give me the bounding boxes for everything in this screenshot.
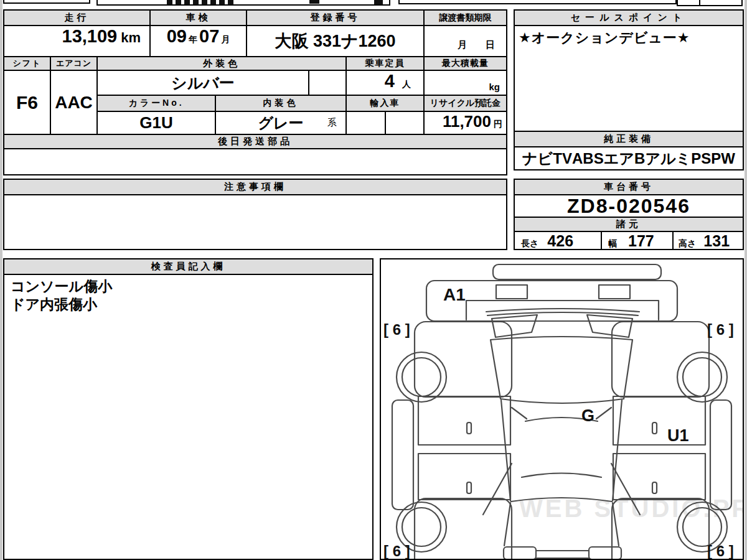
recycle-deposit-header: リサイクル預託金 bbox=[423, 95, 507, 112]
equipment-item: ナビ bbox=[522, 149, 553, 169]
max-load-header: 最大積載量 bbox=[423, 56, 507, 71]
inspection-month-unit: 月 bbox=[221, 34, 230, 45]
aircon-header: エアコン bbox=[50, 56, 98, 71]
spec-height-label: 高さ bbox=[679, 238, 696, 250]
mileage-unit: km bbox=[121, 30, 141, 46]
spec-length: 長さ 426 bbox=[514, 231, 602, 250]
interior-color-header: 内装色 bbox=[215, 95, 347, 112]
max-load-unit: kg bbox=[489, 82, 500, 92]
registration-value: 大阪 331ナ1260 bbox=[246, 25, 425, 57]
cut-off-text-fragment bbox=[167, 0, 237, 4]
spec-length-value: 426 bbox=[547, 232, 573, 250]
inspector-notes-header: 検査員記入欄 bbox=[3, 258, 374, 275]
sales-point-header: セールスポイント bbox=[514, 9, 744, 26]
specs-header: 諸元 bbox=[514, 217, 744, 232]
inspection-month: 07 bbox=[199, 26, 219, 47]
diagram-label-g: G bbox=[581, 406, 594, 425]
capacity-header: 乗車定員 bbox=[345, 56, 425, 71]
genuine-equipment-row: ナビ TV ABS エアB アルミ PS PW bbox=[514, 146, 744, 170]
sales-point-box: ★オークションデビュー★ bbox=[514, 25, 744, 132]
color-no-value: G1U bbox=[96, 111, 216, 135]
auction-sheet: 走行 車検 登録番号 譲渡書類期限 13,109 km 09 年 07 月 大阪… bbox=[0, 0, 747, 560]
page-edge bbox=[745, 0, 747, 560]
recycle-unit: 円 bbox=[494, 119, 502, 130]
tire-grade-label: [ 6 ] bbox=[383, 321, 410, 338]
spec-length-label: 長さ bbox=[521, 238, 538, 250]
notes-header: 注意事項欄 bbox=[3, 179, 507, 195]
diagram-label-a1: A1 bbox=[443, 285, 466, 304]
chassis-number-header: 車台番号 bbox=[514, 179, 744, 195]
equipment-item: ABS bbox=[572, 150, 604, 167]
tire-grade-label: [ 6 ] bbox=[383, 543, 410, 559]
max-load-value: kg bbox=[423, 70, 507, 96]
inspector-note-line: ドア内張傷小 bbox=[11, 296, 366, 314]
registration-header: 登録番号 bbox=[246, 9, 425, 26]
cut-off-row-fragment bbox=[677, 0, 700, 6]
cut-off-row-fragment bbox=[398, 0, 677, 4]
equipment-item: TV bbox=[553, 150, 572, 167]
cut-off-row-fragment bbox=[3, 0, 90, 4]
equipment-item: PS bbox=[691, 150, 711, 167]
sales-point-text: ★オークションデビュー★ bbox=[515, 26, 743, 50]
mileage-number: 13,109 bbox=[62, 26, 118, 47]
recycle-amount: 11,700 bbox=[443, 112, 491, 131]
mileage-header: 走行 bbox=[3, 9, 151, 26]
exterior-color-value: シルバー bbox=[96, 70, 309, 96]
shift-header: シフト bbox=[3, 56, 51, 71]
exterior-color-header: 外装色 bbox=[96, 56, 347, 71]
inspection-value: 09 年 07 月 bbox=[149, 25, 247, 57]
later-parts-header: 後日発送部品 bbox=[3, 134, 507, 149]
deadline-month-unit: 月 bbox=[458, 39, 467, 51]
exterior-color-extra-cell bbox=[308, 70, 347, 96]
spec-height: 高さ 131 bbox=[672, 231, 744, 250]
car-diagram-panel: WEB STUDIO.PRO bbox=[380, 258, 744, 560]
transfer-deadline-value: 月 日 bbox=[423, 25, 507, 57]
cut-off-text-fragment bbox=[374, 0, 383, 4]
equipment-item: エアB bbox=[604, 149, 645, 169]
equipment-item: PW bbox=[711, 150, 735, 167]
inspection-header: 車検 bbox=[149, 9, 247, 26]
interior-color-name: グレー bbox=[258, 113, 303, 133]
spec-width-label: 幅 bbox=[608, 238, 617, 250]
equipment-item: アルミ bbox=[645, 149, 691, 169]
inspection-year-unit: 年 bbox=[189, 34, 197, 45]
inspection-year: 09 bbox=[167, 26, 187, 47]
mileage-value: 13,109 km bbox=[3, 25, 151, 57]
tire-grade-label: [ 6 ] bbox=[707, 321, 734, 338]
notes-box bbox=[3, 194, 507, 250]
import-car-cell bbox=[385, 111, 425, 135]
interior-color-suffix: 系 bbox=[327, 117, 337, 129]
later-parts-box bbox=[3, 148, 507, 175]
capacity-value: 4 人 bbox=[345, 70, 425, 96]
interior-color-value: グレー 系 bbox=[215, 111, 347, 135]
genuine-equipment-header: 純正装備 bbox=[514, 131, 744, 147]
deadline-day-unit: 日 bbox=[486, 39, 495, 51]
cut-off-text-fragment bbox=[309, 0, 319, 4]
diagram-label-u1: U1 bbox=[667, 426, 689, 445]
shift-value: F6 bbox=[3, 70, 51, 135]
spec-width: 幅 177 bbox=[601, 231, 674, 250]
color-no-header: カラーNo. bbox=[96, 95, 216, 112]
cut-off-row-fragment bbox=[699, 0, 743, 6]
transfer-deadline-header: 譲渡書類期限 bbox=[423, 9, 507, 26]
recycle-deposit-value: 11,700 円 bbox=[423, 111, 507, 135]
chassis-number-value: ZD8-020546 bbox=[514, 194, 744, 218]
cut-off-row-fragment bbox=[96, 0, 390, 6]
capacity-unit: 人 bbox=[402, 79, 411, 90]
import-car-cell bbox=[345, 111, 386, 135]
capacity-number: 4 bbox=[385, 71, 395, 91]
spec-width-value: 177 bbox=[628, 232, 654, 250]
import-car-header: 輸入車 bbox=[345, 95, 425, 112]
tire-grade-label: [ 6 ] bbox=[707, 543, 734, 559]
aircon-value: AAC bbox=[50, 70, 98, 135]
spec-height-value: 131 bbox=[703, 232, 730, 250]
page-edge bbox=[0, 0, 2, 560]
inspector-note-line: コンソール傷小 bbox=[11, 278, 366, 296]
inspector-notes-box: コンソール傷小 ドア内張傷小 bbox=[3, 274, 374, 560]
car-top-view-diagram: WEB STUDIO.PRO bbox=[381, 259, 743, 559]
